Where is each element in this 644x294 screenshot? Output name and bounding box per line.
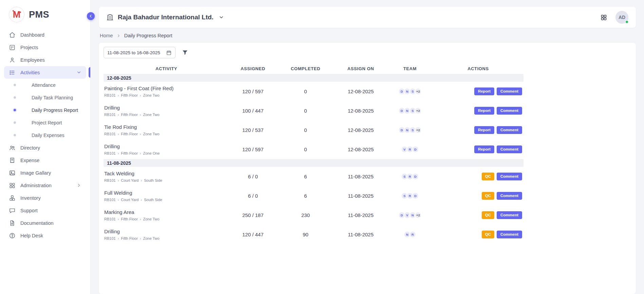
actions-cell: ReportComment [433, 107, 523, 115]
completed-value: 0 [277, 127, 334, 133]
activity-title: Tack Welding [104, 171, 229, 176]
chevron-right-icon: › [140, 152, 141, 155]
team-cell: VRD [387, 146, 433, 153]
report-button[interactable]: Report [474, 126, 494, 134]
sidebar-subitem-daily-expenses[interactable]: Daily Expenses [4, 129, 86, 141]
path-segment: Zone Two [143, 217, 160, 221]
path-segment: RB101 [104, 113, 116, 117]
comment-button[interactable]: Comment [497, 126, 522, 134]
path-segment: RB101 [104, 93, 116, 97]
activity-path: RB101›Court Yard›South Side [104, 198, 229, 202]
sidebar-item-dashboard[interactable]: Dashboard [4, 28, 86, 41]
home-icon [9, 32, 16, 38]
sidebar-collapse-button[interactable] [87, 12, 95, 20]
team-more-count[interactable]: +2 [415, 107, 422, 114]
chevron-right-icon: › [118, 237, 119, 240]
team-more-count[interactable]: +2 [415, 88, 422, 95]
sidebar-item-administration[interactable]: Administration [4, 179, 86, 192]
assign-on-value: 11-08-2025 [334, 193, 387, 199]
user-avatar[interactable]: AD [615, 11, 628, 24]
qc-button[interactable]: QC [482, 192, 494, 200]
comment-button[interactable]: Comment [497, 192, 522, 200]
sidebar-item-label: Expense [20, 158, 39, 163]
bullet-icon [14, 84, 16, 86]
table-header: ACTIVITY ASSIGNED COMPLETED ASSIGN ON TE… [104, 63, 523, 74]
apps-grid-icon[interactable] [600, 14, 607, 21]
team-more-count[interactable]: +2 [415, 126, 422, 134]
report-button[interactable]: Report [474, 145, 494, 153]
sidebar-item-label: Support [20, 208, 38, 213]
activity-title: Marking Area [104, 209, 229, 215]
chevron-right-icon: › [140, 217, 141, 221]
group-date-row: 12-08-2025 [104, 74, 523, 82]
breadcrumb: Home Daily Progress Report [99, 28, 636, 43]
comment-button[interactable]: Comment [497, 211, 522, 219]
activity-path: RB101›Fifth Floor›Zone One [104, 151, 229, 155]
completed-value: 6 [277, 193, 334, 199]
chevron-down-icon [219, 15, 224, 20]
path-segment: RB101 [104, 178, 116, 182]
company-selector[interactable]: Raja Bahadur International Ltd. [106, 14, 224, 21]
comment-button[interactable]: Comment [497, 87, 522, 95]
table-row: Tie Rod FixingRB101›Fifth Floor›Zone Two… [104, 120, 523, 140]
assigned-value: 120 / 447 [229, 232, 277, 237]
sidebar-item-label: Dashboard [20, 32, 44, 38]
sidebar-subitem-daily-progress-report[interactable]: Daily Progress Report [4, 104, 86, 116]
assign-on-value: 12-08-2025 [334, 89, 387, 94]
sidebar-item-label: Documentation [20, 220, 54, 226]
sidebar-subitem-project-report[interactable]: Project Report [4, 116, 86, 129]
chevron-right-icon: › [140, 113, 141, 117]
team-cell: SRD [387, 173, 433, 180]
app-logo: M [9, 7, 24, 22]
assign-on-value: 11-08-2025 [334, 174, 387, 179]
activity-cell: Painting - First Coat (Fire Red)RB101›Fi… [104, 85, 229, 97]
chevron-right-icon: › [118, 113, 119, 117]
assigned-value: 6 / 0 [229, 174, 277, 179]
bullet-icon [14, 109, 16, 111]
comment-button[interactable]: Comment [497, 145, 522, 153]
actions-cell: QCComment [433, 192, 523, 200]
administration-icon [9, 182, 16, 189]
activities-icon [9, 69, 16, 76]
filter-icon[interactable] [182, 49, 188, 56]
sidebar-subitem-attendance[interactable]: Attendance [4, 79, 86, 91]
date-range-input[interactable]: 11-08-2025 to 16-08-2025 [104, 47, 176, 58]
sidebar-item-documentation[interactable]: Documentation [4, 217, 86, 229]
activity-path: RB101›Fifth Floor›Zone Two [104, 217, 229, 221]
report-button[interactable]: Report [474, 87, 494, 95]
sidebar-item-activities[interactable]: Activities [4, 66, 86, 79]
sidebar-item-image-gallary[interactable]: Image Gallary [4, 166, 86, 179]
team-more-count[interactable]: +2 [415, 212, 422, 219]
column-header-team: TEAM [387, 66, 433, 71]
report-button[interactable]: Report [474, 107, 494, 115]
comment-button[interactable]: Comment [497, 107, 522, 115]
qc-button[interactable]: QC [482, 173, 494, 180]
sidebar-item-inventory[interactable]: Inventory [4, 192, 86, 204]
chevron-right-icon: › [118, 94, 119, 97]
app-logo-row: M PMS [0, 0, 90, 28]
sidebar-item-support[interactable]: Support [4, 204, 86, 217]
sidebar-item-directory[interactable]: Directory [4, 141, 86, 154]
assigned-value: 120 / 537 [229, 127, 277, 133]
chevron-right-icon: › [118, 152, 119, 155]
actions-cell: QCComment [433, 211, 523, 219]
sidebar-item-expense[interactable]: Expense [4, 154, 86, 166]
actions-cell: QCComment [433, 173, 523, 180]
sidebar-item-projects[interactable]: Projects [4, 41, 86, 54]
qc-button[interactable]: QC [482, 231, 494, 238]
team-cell: DNS+2 [387, 126, 433, 134]
documentation-icon [9, 220, 16, 227]
sidebar-subitem-daily-task-planning[interactable]: Daily Task Planning [4, 91, 86, 104]
team-avatar: D [412, 192, 419, 199]
qc-button[interactable]: QC [482, 211, 494, 219]
sidebar-item-help-desk[interactable]: Help Desk [4, 229, 86, 242]
chevron-right-icon: › [140, 94, 141, 97]
comment-button[interactable]: Comment [497, 173, 522, 180]
sidebar-item-employees[interactable]: Employees [4, 54, 86, 66]
activity-title: Full Welding [104, 190, 229, 196]
breadcrumb-home[interactable]: Home [100, 33, 113, 38]
calendar-icon [166, 50, 172, 56]
table-row: Marking AreaRB101›Fifth Floor›Zone Two25… [104, 205, 523, 225]
comment-button[interactable]: Comment [497, 231, 522, 238]
avatar-initials: AD [619, 15, 625, 20]
